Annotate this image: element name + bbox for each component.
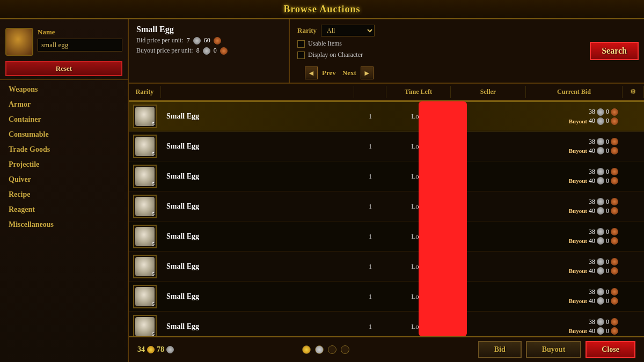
bid-action-button[interactable]: Bid bbox=[478, 341, 522, 358]
bid-copper-coin bbox=[611, 258, 618, 265]
col-header-qty bbox=[354, 86, 386, 98]
prev-button[interactable]: ◄ bbox=[305, 67, 318, 79]
sidebar-item-armor[interactable]: Armor bbox=[0, 97, 128, 112]
dot-row bbox=[302, 345, 349, 354]
dot-empty-1 bbox=[328, 345, 336, 354]
buyout-label: Buyout bbox=[569, 118, 587, 124]
buyout-label: Buyout bbox=[569, 298, 587, 304]
table-row[interactable]: 5 Small Egg 1 Long 38 0 Buyout 40 0 bbox=[129, 282, 644, 312]
buyout-label: Buyout bbox=[569, 238, 587, 244]
bid-silver-coin bbox=[597, 258, 604, 265]
bid-copper: 0 bbox=[606, 168, 609, 176]
buyout-action-button[interactable]: Buyout bbox=[526, 341, 582, 358]
next-button[interactable]: ► bbox=[361, 67, 374, 79]
usable-items-checkbox[interactable] bbox=[297, 40, 305, 48]
buyout-line: Buyout 40 0 bbox=[569, 147, 618, 155]
bid-price-row: Bid price per unit: 7 60 bbox=[136, 36, 281, 45]
buyout-silver-coin bbox=[597, 117, 604, 125]
sidebar-item-reagent[interactable]: Reagent bbox=[0, 202, 128, 217]
auction-rows-container: 5 Small Egg 1 Long 38 0 Buyout 40 0 bbox=[129, 101, 644, 336]
reset-button[interactable]: Reset bbox=[5, 61, 122, 76]
buyout-silver: 40 bbox=[589, 207, 595, 215]
buyout-line: Buyout 40 0 bbox=[569, 297, 618, 305]
row-bid-cell: 38 0 Buyout 40 0 bbox=[526, 106, 623, 127]
filter-row: Small Egg Bid price per unit: 7 60 Buyou… bbox=[129, 19, 644, 84]
item-icon-badge: 5 bbox=[152, 301, 155, 307]
rarity-label: Rarity bbox=[297, 26, 317, 35]
name-area: Name bbox=[38, 28, 122, 51]
buyout-silver-coin bbox=[597, 177, 604, 184]
row-bid-cell: 38 0 Buyout 40 0 bbox=[526, 136, 623, 157]
sidebar-item-trade-goods[interactable]: Trade Goods bbox=[0, 142, 128, 157]
item-icon-badge: 5 bbox=[152, 121, 155, 127]
row-name: Small Egg bbox=[161, 320, 354, 333]
bid-silver: 38 bbox=[589, 168, 595, 176]
prev-label: Prev bbox=[322, 69, 336, 77]
bid-silver-coin bbox=[597, 108, 604, 116]
name-input[interactable] bbox=[38, 39, 122, 51]
bid-silver-coin bbox=[597, 198, 604, 205]
item-icon-badge: 5 bbox=[152, 151, 155, 157]
bid-silver-coin bbox=[193, 37, 201, 45]
row-qty: 1 bbox=[354, 172, 386, 181]
search-button[interactable]: Search bbox=[590, 42, 639, 60]
item-name: Small Egg bbox=[136, 25, 281, 34]
table-row[interactable]: 5 Small Egg 1 Long 38 0 Buyout 40 0 bbox=[129, 191, 644, 221]
item-icon-badge: 5 bbox=[152, 211, 155, 217]
table-row[interactable]: 5 Small Egg 1 Long 38 0 Buyout 40 0 bbox=[129, 252, 644, 282]
table-row[interactable]: 5 Small Egg 1 Long 38 0 Buyout 40 0 bbox=[129, 131, 644, 161]
buyout-line: Buyout 40 0 bbox=[569, 267, 618, 275]
silver-coin bbox=[166, 346, 174, 353]
rarity-dropdown[interactable]: All bbox=[321, 25, 375, 36]
buyout-copper: 0 bbox=[606, 327, 609, 335]
table-row[interactable]: 5 Small Egg 1 Long 38 0 Buyout 40 0 bbox=[129, 161, 644, 191]
sidebar-item-quiver[interactable]: Quiver bbox=[0, 172, 128, 187]
buyout-copper-coin bbox=[220, 47, 228, 55]
gear-icon: ⚙ bbox=[630, 88, 636, 96]
bid-line: 38 0 bbox=[589, 288, 618, 296]
display-character-checkbox[interactable] bbox=[297, 51, 305, 59]
buyout-label: Buyout bbox=[569, 178, 587, 184]
col-header-name bbox=[161, 86, 354, 98]
next-label: Next bbox=[342, 69, 356, 77]
col-header-rarity: Rarity bbox=[129, 86, 161, 98]
sidebar-item-projectile[interactable]: Projectile bbox=[0, 157, 128, 172]
col-header-gear[interactable]: ⚙ bbox=[623, 86, 644, 98]
buyout-copper: 0 bbox=[606, 207, 609, 215]
buyout-copper: 0 bbox=[606, 267, 609, 275]
bid-copper-coin bbox=[611, 108, 618, 116]
sidebar: Name Reset Weapons Armor Container Consu… bbox=[0, 19, 129, 362]
table-row[interactable]: 5 Small Egg 1 Long 38 0 Buyout 40 0 bbox=[129, 101, 644, 131]
close-button[interactable]: Close bbox=[586, 341, 635, 358]
sidebar-item-weapons[interactable]: Weapons bbox=[0, 82, 128, 97]
buyout-line: Buyout 40 0 bbox=[569, 117, 618, 125]
buyout-silver: 40 bbox=[589, 117, 595, 125]
title-bar: Browse Auctions bbox=[0, 0, 644, 19]
bid-copper-coin bbox=[611, 138, 618, 145]
sidebar-item-consumable[interactable]: Consumable bbox=[0, 127, 128, 142]
sidebar-separator bbox=[0, 79, 128, 80]
row-bid-cell: 38 0 Buyout 40 0 bbox=[526, 286, 623, 307]
bid-silver: 38 bbox=[589, 228, 595, 236]
table-row[interactable]: 5 Small Egg 1 Long 38 0 Buyout 40 0 bbox=[129, 221, 644, 252]
bid-line: 38 0 bbox=[589, 108, 618, 116]
sidebar-item-recipe[interactable]: Recipe bbox=[0, 187, 128, 202]
row-qty: 1 bbox=[354, 262, 386, 271]
row-icon-cell: 5 bbox=[129, 102, 161, 130]
buyout-line: Buyout 40 0 bbox=[569, 177, 618, 185]
sidebar-item-miscellaneous[interactable]: Miscellaneous bbox=[0, 217, 128, 232]
table-header: Rarity Time Left Seller Current Bid ⚙ bbox=[129, 84, 644, 101]
bid-silver-coin bbox=[597, 138, 604, 145]
bid-copper-coin bbox=[611, 228, 618, 235]
table-row[interactable]: 5 Small Egg 1 Long 38 0 Buyout 40 0 bbox=[129, 312, 644, 336]
bid-line: 38 0 bbox=[589, 258, 618, 266]
bid-copper: 0 bbox=[606, 108, 609, 116]
avatar bbox=[5, 28, 33, 56]
row-icon-cell: 5 bbox=[129, 132, 161, 160]
bid-silver-coin bbox=[597, 228, 604, 235]
row-qty: 1 bbox=[354, 322, 386, 331]
row-timeleft: Long bbox=[386, 262, 451, 271]
sidebar-item-container[interactable]: Container bbox=[0, 112, 128, 127]
row-name: Small Egg bbox=[161, 110, 354, 123]
buyout-silver-value: 8 bbox=[196, 47, 200, 55]
